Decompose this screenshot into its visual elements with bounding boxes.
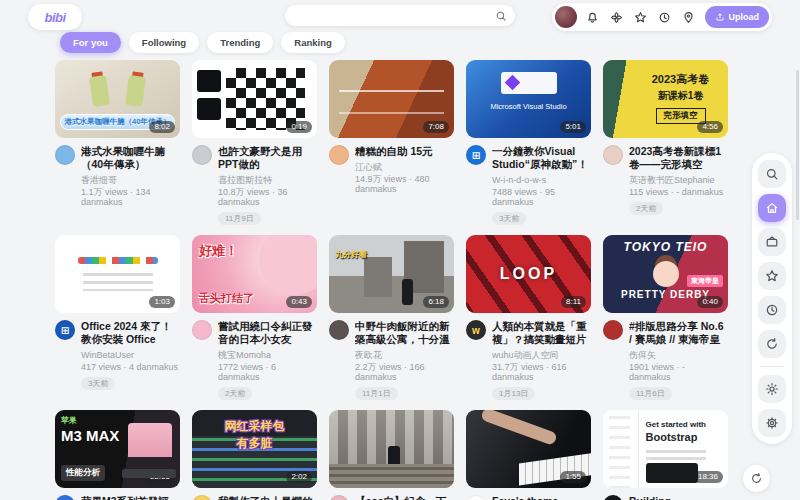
uploader-avatar[interactable]: B [603,495,623,500]
video-card[interactable]: 1:03 ⊞ Office 2024 來了！教你安裝 Office 2024 預… [55,235,180,400]
star-button[interactable] [634,10,648,24]
video-card[interactable]: TOKYO TEIOPRETTY DERBY東海帝皇 0:40 #排版思路分享 … [603,235,728,400]
video-title[interactable]: #排版思路分享 No.6 / 賽馬娘 // 東海帝皇 [629,320,728,346]
uploader-avatar[interactable] [329,320,349,340]
thumbnail-text: 2023高考卷 [633,72,728,87]
video-card[interactable]: 0:19 也許文豪野犬是用PPT做的 喜拉图斯拉特 10.8万 views · … [192,60,317,225]
video-thumbnail[interactable]: TOKYO TEIOPRETTY DERBY東海帝皇 0:40 [603,235,728,313]
search-bar[interactable] [285,5,515,26]
uploader-name[interactable]: 夜欧花 [355,350,454,360]
uploader-name[interactable]: 伤佴矢 [629,350,728,360]
video-card[interactable]: 2023高考卷新课标1卷完形填空 4:56 2023高考卷新課標1卷——完形填空… [603,60,728,225]
video-card[interactable]: 苹果M3 MAX性能分析 22:55 Q 蘋果M3系列首發評測：Max早該如此 … [55,410,180,500]
side-home-button[interactable] [758,194,786,222]
tab-ranking[interactable]: Ranking [281,32,344,53]
video-card[interactable]: 网红采样包有多脏 2:02 我製作了史上最爛的工程採樣包。(FL21) icew… [192,410,317,500]
video-thumbnail[interactable]: 网红采样包有多脏 2:02 [192,410,317,488]
tab-following[interactable]: Following [129,32,199,53]
video-card[interactable]: 港式水果咖喱牛腩（40年传承） 8:02 港式水果咖喱牛腩（40年傳承） 香港细… [55,60,180,225]
video-card[interactable]: 1:55 V Faye's theme Verser凡瑟 777 views ·… [466,410,591,500]
video-thumbnail[interactable]: 1:55 [466,410,591,488]
uploader-avatar[interactable]: V [466,495,486,500]
video-title[interactable]: 一分鐘教你Visual Studio“原神啟動”！（適用於Blend） [492,145,591,171]
video-title[interactable]: 我製作了史上最爛的工程採樣包。(FL21) [218,495,317,500]
video-card[interactable]: 好难！舌头打结了 0:43 嘗試用繞口令糾正發音的日本小女友 桃宝Momoha … [192,235,317,400]
video-title[interactable]: 糟糕的自助 15元 [355,145,454,158]
uploader-avatar[interactable]: w [466,320,486,340]
video-title[interactable]: 人類的本質就是「重複」？搞笑動畫短片《LOOP》 [492,320,591,346]
video-thumbnail[interactable]: 0:19 [192,60,317,138]
uploader-name[interactable]: W-i-n-d-o-w-s [492,175,591,185]
scrollbar[interactable] [796,70,799,220]
tab-for-you[interactable]: For you [60,32,121,53]
uploader-name[interactable]: 桃宝Momoha [218,350,317,360]
uploader-avatar[interactable] [192,320,212,340]
search-input[interactable] [293,9,495,22]
video-card[interactable]: LOOP 8:11 w 人類的本質就是「重複」？搞笑動畫短片《LOOP》 wuh… [466,235,591,400]
side-sun-button[interactable] [758,375,786,403]
video-thumbnail[interactable]: 好难！舌头打结了 0:43 [192,235,317,313]
video-card[interactable]: 2:59 【cos向】紀念一下在不列顛出過的三次王 上智月摄圣逗酱 6.2万 v… [329,410,454,500]
upload-button[interactable]: Upload [705,6,770,28]
video-title[interactable]: 嘗試用繞口令糾正發音的日本小女友 [218,320,317,346]
uploader-name[interactable]: WinBetaUser [81,350,180,360]
uploader-avatar[interactable] [55,145,75,165]
uploader-name[interactable]: wuhu动画人空间 [492,350,591,360]
uploader-name[interactable]: 英语教书匠Stephanie [629,175,728,185]
refresh-button[interactable] [743,465,770,492]
uploader-avatar[interactable] [603,145,623,165]
side-star-button[interactable] [758,262,786,290]
toolbar-divider [761,366,783,367]
uploader-name[interactable]: 香港细哥 [81,175,180,185]
video-title[interactable]: 2023高考卷新課標1卷——完形填空 [629,145,728,171]
pin-button[interactable] [682,10,696,24]
uploader-name[interactable]: 江心赋 [355,162,454,172]
video-title[interactable]: 港式水果咖喱牛腩（40年傳承） [81,145,180,171]
video-thumbnail[interactable]: 2:59 [329,410,454,488]
video-stats: 31.7万 views · 616 danmakus [492,362,591,382]
side-refresh-button[interactable] [758,330,786,358]
video-card[interactable]: 7:08 糟糕的自助 15元 江心赋 14.9万 views · 480 dan… [329,60,454,225]
dynamics-button[interactable] [610,10,624,24]
feed-tabs: For youFollowingTrendingRanking [60,32,345,53]
side-gear-button[interactable] [758,409,786,437]
video-thumbnail[interactable]: Microsoft Visual Studio 5:01 [466,60,591,138]
uploader-avatar[interactable]: ⊞ [55,320,75,340]
uploader-name[interactable]: 喜拉图斯拉特 [218,175,317,185]
video-title[interactable]: Office 2024 來了！教你安裝 Office 2024 預覽版! [81,320,180,346]
video-thumbnail[interactable]: 7:08 [329,60,454,138]
uploader-avatar[interactable] [192,495,212,500]
side-clock-button[interactable] [758,296,786,324]
user-avatar[interactable] [555,6,577,28]
bell-button[interactable] [586,10,600,24]
video-thumbnail[interactable]: 1:03 [55,235,180,313]
video-thumbnail[interactable]: 苹果M3 MAX性能分析 22:55 [55,410,180,488]
video-title[interactable]: Building Components [629,495,728,500]
video-card[interactable]: Get started withBootstrap 18:36 B Buildi… [603,410,728,500]
video-title[interactable]: 中野牛肉飯附近的新築高級公寓，十分溫馨甚至九分乾淨 [355,320,454,346]
site-logo[interactable]: bibi [28,4,82,30]
uploader-avatar[interactable]: Q [55,495,75,500]
video-thumbnail[interactable]: 2023高考卷新课标1卷完形填空 4:56 [603,60,728,138]
video-card[interactable]: 九分好看 6:18 中野牛肉飯附近的新築高級公寓，十分溫馨甚至九分乾淨 夜欧花 … [329,235,454,400]
uploader-avatar[interactable] [192,145,212,165]
video-title[interactable]: 也許文豪野犬是用PPT做的 [218,145,317,171]
tab-trending[interactable]: Trending [207,32,273,53]
video-title[interactable]: 蘋果M3系列首發評測：Max早該如此 [81,495,180,500]
video-thumbnail[interactable]: LOOP 8:11 [466,235,591,313]
date-badge: 11月6日 [629,387,672,400]
video-thumbnail[interactable]: Get started withBootstrap 18:36 [603,410,728,488]
side-search-button[interactable] [758,160,786,188]
video-thumbnail[interactable]: 港式水果咖喱牛腩（40年传承） 8:02 [55,60,180,138]
uploader-avatar[interactable] [329,145,349,165]
uploader-avatar[interactable] [603,320,623,340]
video-card[interactable]: Microsoft Visual Studio 5:01 ⊞ 一分鐘教你Visu… [466,60,591,225]
uploader-avatar[interactable] [329,495,349,500]
video-title[interactable]: 【cos向】紀念一下在不列顛出過的三次王 [355,495,454,500]
clock-button[interactable] [658,10,672,24]
video-thumbnail[interactable]: 九分好看 6:18 [329,235,454,313]
thumbnail-text: TOKYO TEIO [603,240,728,254]
uploader-avatar[interactable]: ⊞ [466,145,486,165]
video-title[interactable]: Faye's theme [492,495,587,500]
side-tv-button[interactable] [758,228,786,256]
